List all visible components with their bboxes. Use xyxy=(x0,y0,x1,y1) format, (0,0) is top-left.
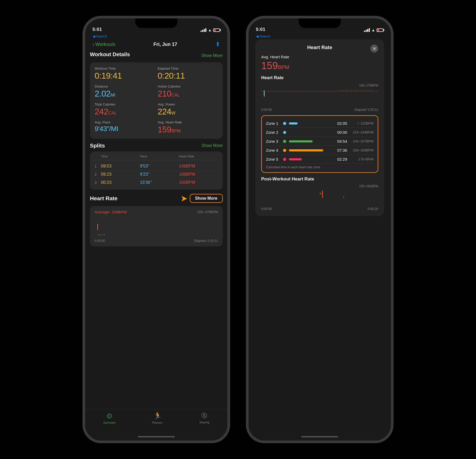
modal-close-button[interactable]: ✕ xyxy=(370,45,378,52)
hr-bottom-dots xyxy=(98,235,105,235)
stat-avg-power: Avg. Power 224W xyxy=(158,102,218,117)
zone1-bar-container xyxy=(289,122,332,125)
zone3-dot xyxy=(283,140,286,143)
signal-icon-right xyxy=(364,28,370,32)
avg-hr-label: Avg. Heart Rate xyxy=(261,55,378,59)
scroll-content: Workout Details Show More Workout Time 0… xyxy=(85,50,227,409)
show-more-button[interactable]: Show More xyxy=(190,194,223,203)
splits-title: Splits xyxy=(90,142,105,149)
modal-chart-elapsed: Elapsed: 0:20:11 xyxy=(354,108,378,112)
zone4-bar xyxy=(289,149,323,151)
zone4-dot xyxy=(283,149,286,152)
table-row: 2 09:23 9'23'' 166BPM xyxy=(95,170,218,179)
hr-modal: Heart Rate ✕ Avg. Heart Rate 159BPM Hear… xyxy=(255,39,384,216)
battery-icon-right xyxy=(377,28,383,32)
zone2-bar-container xyxy=(289,131,332,133)
zone-table: Zone 1 02:05 < 132BPM Zone 2 00:00 xyxy=(261,115,378,173)
hr-start-time: 0:00:00 xyxy=(95,239,105,243)
post-hr-label: Post-Workout Heart Rate xyxy=(261,176,378,182)
modal-hr-dots xyxy=(261,91,378,92)
avg-hr-unit: BPM xyxy=(278,64,289,70)
zone1-bar xyxy=(289,122,298,125)
tab-summary[interactable]: ⊙ Summary xyxy=(103,412,116,424)
stat-avg-hr: Avg. Heart Rate 159BPM xyxy=(158,120,218,135)
heart-rate-chart-card: Average: 159BPM 105–176BPM 0:00:00 Elaps… xyxy=(90,206,223,246)
zone-row-2: Zone 2 00:00 133–144BPM xyxy=(266,128,373,137)
tab-fitness[interactable]: 🏃 Fitness+ xyxy=(152,412,163,424)
modal-hr-chart: 105–176BPM xyxy=(261,83,378,106)
share-icon[interactable]: ⬆ xyxy=(215,41,220,48)
arrow-icon: ➤ xyxy=(181,193,188,203)
zone5-bar xyxy=(289,158,302,160)
hr-avg-label: Average: 159BPM xyxy=(95,210,127,214)
left-phone: 5:01 ▲ ◀ Search ‹ Workouts Fri, Jun 17 ⬆… xyxy=(82,16,230,443)
status-icons: ▲ xyxy=(201,28,220,32)
post-hr-footer: 0:00:00 0:00:20 xyxy=(261,207,378,211)
status-time: 5:01 xyxy=(93,27,102,32)
status-time-right: 5:01 xyxy=(256,27,265,32)
close-icon: ✕ xyxy=(373,46,376,51)
status-icons-right: ▲ xyxy=(364,28,383,32)
tab-sharing[interactable]: Ⓢ Sharing xyxy=(199,412,209,424)
summary-icon: ⊙ xyxy=(106,412,112,420)
workout-details-card: Workout Time 0:19:41 Elapsed Time 0:20:1… xyxy=(90,62,223,139)
zone3-bar xyxy=(289,140,313,142)
nav-bar: ‹ Workouts Fri, Jun 17 ⬆ xyxy=(85,39,227,50)
modal-hr-range: 105–176BPM xyxy=(359,84,378,87)
modal-hr-footer: 0:00:00 Elapsed: 0:20:11 xyxy=(261,108,378,112)
splits-header: Splits Show More xyxy=(90,142,223,149)
splits-header-row: Time Pace Heart Rate xyxy=(95,155,218,160)
zone-row-3: Zone 3 04:54 145–157BPM xyxy=(266,137,373,146)
wifi-icon: ▲ xyxy=(208,28,212,32)
modal-scroll: Heart Rate ✕ Avg. Heart Rate 159BPM Hear… xyxy=(249,39,391,433)
zone2-dot xyxy=(283,131,286,134)
hr-chart-label: Heart Rate xyxy=(261,75,378,80)
home-indicator xyxy=(85,433,227,441)
post-hr-dot1 xyxy=(320,193,321,194)
tab-bar: ⊙ Summary 🏃 Fitness+ Ⓢ Sharing xyxy=(85,409,227,433)
table-row: 1 09:53 9'53'' 146BPM xyxy=(95,162,218,170)
battery-icon xyxy=(213,28,220,32)
post-hr-range: 155–162BPM xyxy=(359,184,378,188)
hr-bar xyxy=(97,224,98,230)
tab-summary-label: Summary xyxy=(103,421,116,424)
zone4-bar-container xyxy=(289,149,332,151)
modal-hr-bar xyxy=(264,90,265,97)
nav-title: Fri, Jun 17 xyxy=(153,42,177,47)
modal-chart-start: 0:00:00 xyxy=(261,108,272,112)
splits-show-more[interactable]: Show More xyxy=(201,143,223,148)
arrow-show-more: ➤ Show More xyxy=(181,193,223,203)
splits-table: Time Pace Heart Rate 1 09:53 9'53'' 146B… xyxy=(90,151,223,190)
back-search-right[interactable]: ◀ Search xyxy=(249,34,391,39)
stat-distance: Distance 2.02MI xyxy=(95,84,155,99)
table-row: 3 00:23 15'36'' 165BPM xyxy=(95,179,218,187)
stat-active-calories: Active Calories 210CAL xyxy=(158,84,218,99)
post-hr-chart: 155–162BPM xyxy=(261,183,378,207)
notch xyxy=(135,18,177,28)
stat-avg-pace: Avg. Pace 9'43"/MI xyxy=(95,120,155,135)
hr-chart-header: Average: 159BPM 105–176BPM xyxy=(95,210,218,214)
workout-details-title: Workout Details xyxy=(90,51,130,58)
back-search[interactable]: ◀ Search xyxy=(85,34,227,39)
right-phone: 5:01 ▲ ◀ Search Heart Rate ✕ Avg. Hea xyxy=(246,16,394,443)
hr-chart-area xyxy=(95,216,218,237)
hr-dots-line xyxy=(95,225,218,225)
chevron-left-icon: ‹ xyxy=(93,41,94,47)
hr-range: 105–176BPM xyxy=(197,210,218,214)
zone1-dot xyxy=(283,122,286,125)
avg-hr-value: 159BPM xyxy=(261,60,378,71)
zone5-dot xyxy=(283,158,286,161)
post-hr-bar xyxy=(322,190,323,198)
zone-row-1: Zone 1 02:05 < 132BPM xyxy=(266,119,373,128)
zone-row-4: Zone 4 07:36 158–169BPM xyxy=(266,146,373,155)
stats-grid: Workout Time 0:19:41 Elapsed Time 0:20:1… xyxy=(95,66,218,135)
zone3-bar-container xyxy=(289,140,332,142)
workouts-back-button[interactable]: ‹ Workouts xyxy=(93,41,115,47)
workout-details-show-more[interactable]: Show More xyxy=(201,53,223,58)
wifi-icon-right: ▲ xyxy=(371,28,375,32)
post-hr-dot2 xyxy=(343,197,344,198)
modal-title: Heart Rate xyxy=(307,45,332,50)
notch-right xyxy=(299,18,341,28)
home-indicator-right xyxy=(249,433,391,441)
zone-note: Estimated time in each heart rate zone. xyxy=(266,164,373,169)
